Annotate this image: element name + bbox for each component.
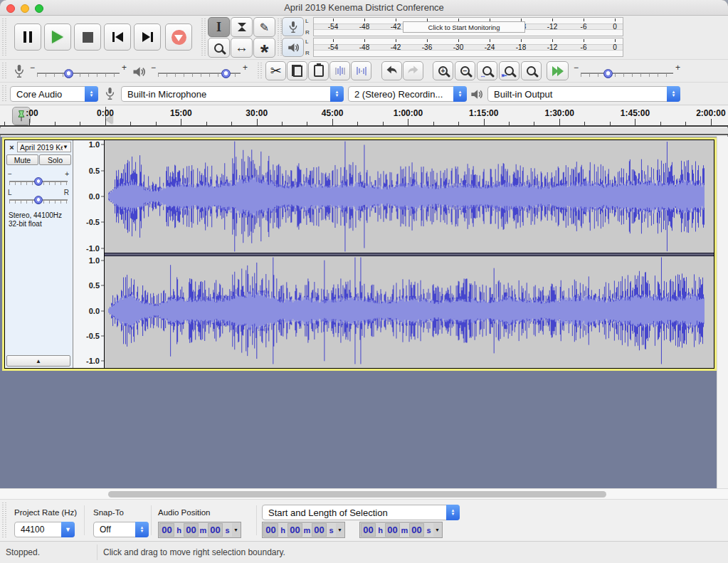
cut-button[interactable]: ✂ — [265, 61, 286, 80]
recording-volume-slider[interactable]: − + — [30, 63, 127, 78]
vertical-scale-ruler[interactable]: 1.00.50.0-0.5-1.01.00.50.0-0.5-1.0 — [73, 140, 105, 368]
ruler-tick — [181, 119, 181, 125]
time-digit[interactable]: 00 — [159, 523, 174, 537]
time-digit[interactable]: 00 — [263, 523, 278, 537]
playback-meter-speaker-button[interactable] — [282, 38, 304, 57]
time-shift-tool-button[interactable]: ↔ — [231, 38, 253, 58]
project-rate-select[interactable]: 44100 ▼ — [14, 522, 75, 537]
tools-toolbar-grip[interactable] — [201, 19, 206, 56]
track-control-panel: × April 2019 Ke ▼ Mute Solo − + L R — [5, 140, 73, 368]
zoom-toggle-button[interactable] — [521, 61, 542, 80]
playback-device-value: Built-in Output — [494, 89, 552, 100]
zoom-tool-button[interactable] — [208, 38, 230, 58]
recording-device-value: Built-in Microphone — [127, 89, 206, 100]
skip-to-end-button[interactable] — [134, 23, 161, 51]
time-format-dropdown[interactable]: ▼ — [433, 523, 441, 537]
record-button[interactable] — [165, 23, 192, 51]
multi-tool-button[interactable]: * — [253, 38, 275, 58]
horizontal-scrollbar[interactable] — [0, 488, 728, 500]
stop-button[interactable] — [74, 23, 101, 51]
redo-button[interactable] — [403, 61, 423, 80]
pause-button[interactable] — [14, 23, 41, 51]
meter-tick — [396, 39, 396, 42]
gain-slider[interactable]: − + — [8, 170, 69, 187]
caret-down-icon: ▼ — [63, 144, 68, 150]
mixer-toolbar-grip[interactable] — [2, 63, 7, 79]
playback-speed-thumb[interactable] — [603, 69, 613, 78]
track-name: April 2019 Ke — [20, 143, 63, 152]
time-digit[interactable]: 00 — [312, 523, 327, 537]
time-digit[interactable]: 00 — [287, 523, 302, 537]
playback-volume-thumb[interactable] — [221, 69, 231, 78]
envelope-tool-button[interactable] — [231, 17, 253, 37]
draw-tool-button[interactable]: ✎ — [253, 17, 275, 37]
time-format-dropdown[interactable]: ▼ — [232, 523, 240, 537]
zoom-in-button[interactable]: + — [433, 61, 453, 80]
transport-toolbar-grip[interactable] — [2, 19, 7, 56]
scale-tick — [101, 222, 104, 223]
playback-meter-scale[interactable]: -54-48-42-36-30-24-18-12-60 — [313, 38, 623, 57]
ruler-time-label: 0:00 — [97, 108, 114, 118]
playback-device-select[interactable]: Built-in Output ▲▼ — [487, 86, 680, 102]
edit-toolbar-grip[interactable] — [258, 63, 263, 79]
skip-to-start-button[interactable] — [104, 23, 131, 51]
ruler-tick — [156, 122, 157, 125]
play-at-speed-button[interactable] — [547, 61, 569, 80]
waveform-channel-right[interactable] — [105, 256, 714, 365]
pan-thumb[interactable] — [34, 196, 43, 204]
silence-audio-button[interactable] — [351, 61, 371, 80]
snap-to-select[interactable]: Off ▲▼ — [93, 522, 149, 537]
audio-position-field[interactable]: 00h00m00s▼ — [158, 522, 241, 538]
horizontal-scrollbar-thumb[interactable] — [108, 491, 606, 498]
selection-tool-button[interactable]: I — [208, 17, 230, 37]
ruler-time-label: 1:30:00 — [544, 108, 574, 118]
recording-volume-thumb[interactable] — [64, 69, 73, 78]
scale-tick — [101, 360, 104, 361]
time-digit[interactable]: 00 — [409, 523, 424, 537]
gain-thumb[interactable] — [34, 177, 43, 186]
close-track-button[interactable]: × — [7, 142, 16, 152]
undo-button[interactable] — [381, 61, 402, 80]
selection-toolbar-grip[interactable] — [2, 503, 7, 538]
trim-audio-button[interactable] — [329, 61, 350, 80]
audio-host-select[interactable]: Core Audio ▲▼ — [10, 86, 98, 102]
recording-device-select[interactable]: Built-in Microphone ▲▼ — [121, 86, 344, 102]
recording-meter-scale[interactable]: -54-48-42-36-30-24-18-12-60Click to Star… — [313, 17, 623, 36]
solo-button[interactable]: Solo — [39, 154, 71, 165]
ruler-time-label: 30:00 — [246, 108, 268, 118]
monitor-prompt[interactable]: Click to Start Monitoring — [403, 21, 525, 33]
track-name-menu[interactable]: April 2019 Ke ▼ — [17, 142, 71, 152]
timeline-ruler[interactable]: :000:0015:0030:0045:001:00:001:15:001:30… — [0, 105, 728, 127]
time-digit[interactable]: 00 — [208, 523, 223, 537]
waveform-channel-left[interactable] — [105, 140, 714, 253]
selection-length-field[interactable]: 00h00m00s▼ — [359, 522, 443, 538]
selection-mode-select[interactable]: Start and Length of Selection ▲▼ — [262, 505, 460, 520]
time-format-dropdown[interactable]: ▼ — [336, 523, 344, 537]
zoom-out-button[interactable]: − — [455, 61, 475, 80]
time-unit-label: h — [174, 523, 184, 537]
time-digit[interactable]: 00 — [385, 523, 400, 537]
time-digit[interactable]: 00 — [184, 523, 199, 537]
fit-selection-button[interactable]: ↔ — [477, 61, 497, 80]
pan-slider[interactable]: L R — [8, 189, 69, 206]
copy-button[interactable] — [287, 61, 307, 80]
slider-minus-label: − — [151, 63, 156, 73]
mute-button[interactable]: Mute — [6, 154, 38, 165]
time-digit[interactable]: 00 — [361, 523, 376, 537]
paste-button[interactable] — [308, 61, 329, 80]
recording-meter-mic-button[interactable] — [282, 17, 304, 36]
playback-volume-slider[interactable]: − + — [151, 63, 248, 78]
track-format-info: Stereo, 44100Hz 32-bit float — [9, 211, 62, 228]
vertical-scrollbar[interactable] — [717, 137, 728, 488]
playback-speed-slider[interactable]: − + — [574, 63, 680, 78]
collapse-track-button[interactable]: ▲ — [6, 355, 70, 367]
ruler-tick — [307, 122, 307, 125]
fit-project-button[interactable]: ⇤ — [499, 61, 519, 80]
recording-channels-select[interactable]: 2 (Stereo) Recordin... ▲▼ — [348, 86, 467, 102]
time-shift-icon: ↔ — [235, 40, 248, 56]
ruler-time-label: 1:15:00 — [469, 108, 498, 118]
play-button[interactable] — [44, 23, 71, 51]
device-toolbar-grip[interactable] — [2, 85, 7, 102]
selection-start-field[interactable]: 00h00m00s▼ — [262, 522, 345, 538]
ruler-tick — [584, 122, 585, 125]
